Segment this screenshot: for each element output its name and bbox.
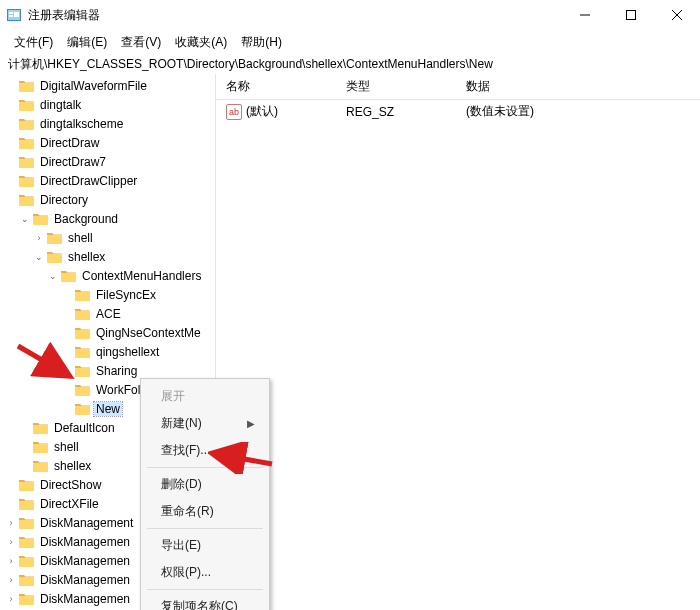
minimize-button[interactable]	[562, 0, 608, 30]
ctx-expand: 展开	[141, 383, 269, 410]
folder-icon	[32, 421, 48, 435]
tree-item[interactable]: FileSyncEx	[0, 285, 215, 304]
svg-rect-32	[19, 520, 34, 529]
svg-rect-11	[19, 121, 34, 130]
svg-rect-17	[47, 235, 62, 244]
chevron-right-icon[interactable]: ›	[4, 537, 18, 547]
close-button[interactable]	[654, 0, 700, 30]
folder-icon	[32, 212, 48, 226]
tree-item[interactable]: ⌄ContextMenuHandlers	[0, 266, 215, 285]
folder-icon	[18, 136, 34, 150]
tree-item[interactable]: ›shell	[0, 228, 215, 247]
value-row[interactable]: ab (默认) REG_SZ (数值未设置)	[216, 100, 700, 123]
svg-rect-30	[19, 482, 34, 491]
tree-item-label: qingshellext	[94, 345, 161, 359]
tree-item-label: Background	[52, 212, 120, 226]
regedit-icon	[6, 7, 22, 23]
tree-item[interactable]: qingshellext	[0, 342, 215, 361]
folder-icon	[74, 288, 90, 302]
svg-rect-26	[75, 406, 90, 415]
chevron-right-icon[interactable]: ›	[4, 518, 18, 528]
menu-favorites[interactable]: 收藏夹(A)	[169, 32, 233, 53]
tree-item-label: FileSyncEx	[94, 288, 158, 302]
ctx-permissions[interactable]: 权限(P)...	[141, 559, 269, 586]
address-bar[interactable]: 计算机\HKEY_CLASSES_ROOT\Directory\Backgrou…	[0, 54, 700, 74]
folder-icon	[46, 250, 62, 264]
menu-view[interactable]: 查看(V)	[115, 32, 167, 53]
tree-item[interactable]: DirectDraw7	[0, 152, 215, 171]
menu-file[interactable]: 文件(F)	[8, 32, 59, 53]
chevron-right-icon[interactable]: ›	[4, 575, 18, 585]
ctx-delete[interactable]: 删除(D)	[141, 471, 269, 498]
tree-item-label: dingtalkscheme	[38, 117, 125, 131]
svg-rect-33	[19, 539, 34, 548]
svg-rect-3	[9, 15, 13, 17]
tree-item[interactable]: DirectDrawClipper	[0, 171, 215, 190]
folder-icon	[18, 516, 34, 530]
tree-item-label: DiskManagement	[38, 516, 135, 530]
column-name[interactable]: 名称	[226, 78, 346, 95]
chevron-down-icon[interactable]: ⌄	[18, 214, 32, 224]
value-list[interactable]: 名称 类型 数据 ab (默认) REG_SZ (数值未设置)	[216, 74, 700, 610]
tree-item-label: DiskManagemen	[38, 592, 132, 606]
window-title: 注册表编辑器	[28, 7, 562, 24]
tree-item-label: DigitalWaveformFile	[38, 79, 149, 93]
folder-icon	[74, 326, 90, 340]
folder-icon	[18, 174, 34, 188]
folder-icon	[18, 497, 34, 511]
tree-item-label: DiskManagemen	[38, 554, 132, 568]
svg-rect-20	[75, 292, 90, 301]
string-value-icon: ab	[226, 104, 242, 120]
folder-icon	[74, 364, 90, 378]
menu-help[interactable]: 帮助(H)	[235, 32, 288, 53]
tree-item-label: DiskManagemen	[38, 535, 132, 549]
separator	[147, 589, 263, 590]
chevron-down-icon[interactable]: ⌄	[46, 271, 60, 281]
ctx-rename[interactable]: 重命名(R)	[141, 498, 269, 525]
svg-rect-19	[61, 273, 76, 282]
folder-icon	[18, 554, 34, 568]
tree-item[interactable]: ⌄Background	[0, 209, 215, 228]
ctx-export[interactable]: 导出(E)	[141, 532, 269, 559]
folder-icon	[18, 573, 34, 587]
value-data: (数值未设置)	[466, 103, 694, 120]
maximize-button[interactable]	[608, 0, 654, 30]
folder-icon	[18, 98, 34, 112]
menu-edit[interactable]: 编辑(E)	[61, 32, 113, 53]
ctx-new[interactable]: 新建(N)▶	[141, 410, 269, 437]
tree-item[interactable]: ACE	[0, 304, 215, 323]
svg-rect-15	[19, 197, 34, 206]
title-bar: 注册表编辑器	[0, 0, 700, 30]
svg-rect-34	[19, 558, 34, 567]
chevron-right-icon[interactable]: ›	[32, 233, 46, 243]
svg-rect-10	[19, 102, 34, 111]
chevron-down-icon[interactable]: ⌄	[32, 252, 46, 262]
ctx-find[interactable]: 查找(F)...	[141, 437, 269, 464]
separator	[147, 528, 263, 529]
tree-item[interactable]: DirectDraw	[0, 133, 215, 152]
svg-rect-27	[33, 425, 48, 434]
tree-item-label: shellex	[66, 250, 107, 264]
folder-icon	[18, 79, 34, 93]
svg-rect-16	[33, 216, 48, 225]
tree-item[interactable]: ⌄shellex	[0, 247, 215, 266]
folder-icon	[18, 155, 34, 169]
column-data[interactable]: 数据	[466, 78, 694, 95]
folder-icon	[60, 269, 76, 283]
svg-rect-22	[75, 330, 90, 339]
svg-rect-4	[14, 12, 19, 17]
svg-rect-28	[33, 444, 48, 453]
tree-item[interactable]: QingNseContextMe	[0, 323, 215, 342]
tree-item[interactable]: DigitalWaveformFile	[0, 76, 215, 95]
chevron-right-icon[interactable]: ›	[4, 594, 18, 604]
svg-rect-23	[75, 349, 90, 358]
tree-item[interactable]: Directory	[0, 190, 215, 209]
ctx-copy-key-name[interactable]: 复制项名称(C)	[141, 593, 269, 610]
svg-rect-25	[75, 387, 90, 396]
tree-item[interactable]: dingtalk	[0, 95, 215, 114]
tree-item-label: DirectXFile	[38, 497, 101, 511]
column-type[interactable]: 类型	[346, 78, 466, 95]
tree-item[interactable]: dingtalkscheme	[0, 114, 215, 133]
chevron-right-icon[interactable]: ›	[4, 556, 18, 566]
folder-icon	[18, 193, 34, 207]
